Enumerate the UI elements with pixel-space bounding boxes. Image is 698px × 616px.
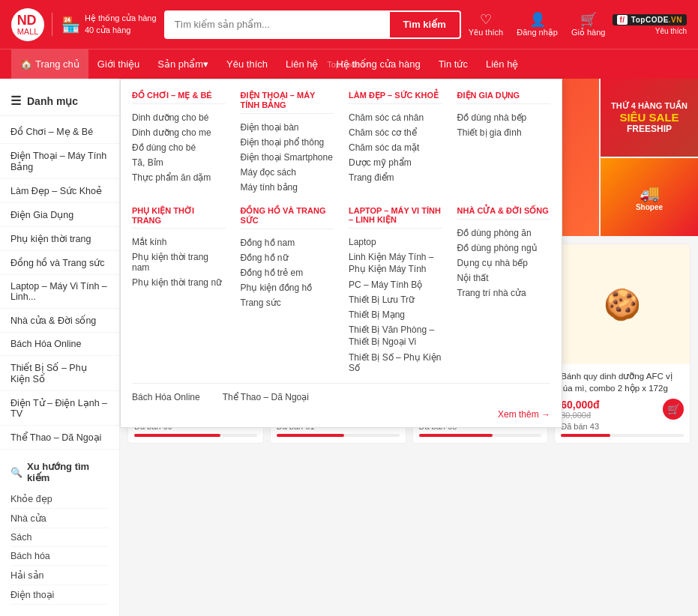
nav-item-products[interactable]: Sản phẩm ▾ <box>148 49 217 79</box>
add-to-cart-3[interactable]: 🛒 <box>663 399 684 420</box>
dropdown-item-toys-4[interactable]: Thực phẩm ăn dặm <box>132 170 226 185</box>
dropdown-item-beauty-4[interactable]: Trang điểm <box>349 170 442 185</box>
nav: 🏠Trang chủ Giới thiệu Sản phẩm ▾ Yêu thí… <box>0 49 698 79</box>
dropdown-bottom-0[interactable]: Bách Hóa Online <box>132 390 200 405</box>
sidebar: ☰ Danh mục Đồ Chơi – Mẹ & Bé Điện Thoại … <box>0 79 120 616</box>
search-input[interactable] <box>164 10 388 39</box>
sidebar-item-beauty[interactable]: Làm Đẹp – Sức Khoẻ <box>0 179 119 203</box>
dropdown-bottom: Bách Hóa Online Thể Thao – Dã Ngoại <box>132 383 550 405</box>
store-text: Hệ thống cửa hàng 40 cửa hàng <box>85 13 157 36</box>
dropdown-item-app-1[interactable]: Thiết bị gia đình <box>457 125 551 140</box>
dropdown-item-watch-3[interactable]: Phụ kiện đồng hồ <box>241 280 334 295</box>
dropdown-item-lap-0[interactable]: Laptop <box>349 235 442 250</box>
dropdown-item-phones-2[interactable]: Điện thoại Smartphone <box>241 150 334 165</box>
dropdown-item-watch-4[interactable]: Trang sức <box>241 295 334 310</box>
search-bar: Tìm kiếm <box>164 10 461 39</box>
dropdown-item-home-4[interactable]: Trang trí nhà cửa <box>457 286 551 301</box>
dropdown-item-acc-1[interactable]: Phụ kiện thời trang nam <box>132 250 226 275</box>
wishlist-action[interactable]: ♡ Yêu thích <box>469 11 503 37</box>
dropdown-item-acc-2[interactable]: Phụ kiện thời trang nữ <box>132 275 226 290</box>
product-progress-bar-0 <box>134 434 220 437</box>
store-info-line1: Hệ thống cửa hàng <box>85 13 157 24</box>
side-banner-1[interactable]: THỨ 4 HÀNG TUẦN SIÊU SALE FREESHIP <box>601 79 698 157</box>
dropdown-item-home-0[interactable]: Đồ dùng phòng ăn <box>457 226 551 241</box>
sidebar-item-laptops[interactable]: Laptop – Máy Vi Tính – Linh... <box>0 275 119 309</box>
product-price-row-3: 60,000đ 80,000đ 🛒 <box>561 399 684 420</box>
heart-icon: ♡ <box>480 11 492 28</box>
login-action[interactable]: 👤 Đăng nhập <box>517 11 558 37</box>
dropdown-item-watch-2[interactable]: Đồng hồ trẻ em <box>241 265 334 280</box>
dropdown-item-beauty-1[interactable]: Chăm sóc cơ thể <box>349 125 442 140</box>
dropdown-section-laptops: LAPTOP – MÁY VI TÍNH – LINH KIỆN Laptop … <box>349 206 442 375</box>
dropdown-item-watch-1[interactable]: Đồng hồ nữ <box>241 250 334 265</box>
dropdown-item-toys-2[interactable]: Đồ dùng cho bé <box>132 140 226 155</box>
trend-item-0[interactable]: Khỏe đẹp <box>10 489 109 509</box>
nav-item-about[interactable]: Giới thiệu <box>88 49 148 79</box>
dropdown-header-toys: ĐỒ CHƠI – MẸ & BÉ <box>132 91 226 104</box>
sidebar-item-phones[interactable]: Điện Thoại – Máy Tính Bảng <box>0 144 119 179</box>
dropdown-item-lap-1[interactable]: Linh Kiện Máy Tính – Phụ Kiện Máy Tính <box>349 250 442 277</box>
trend-item-4[interactable]: Hải sản <box>10 566 109 585</box>
dropdown-section-toys: ĐỒ CHƠI – MẸ & BÉ Dinh dưỡng cho bé Dinh… <box>132 91 226 195</box>
dropdown-item-beauty-3[interactable]: Dược mỹ phẩm <box>349 155 442 170</box>
dropdown-item-phones-3[interactable]: Máy đọc sách <box>241 165 334 180</box>
dropdown-item-phones-4[interactable]: Máy tính bảng <box>241 180 334 195</box>
sidebar-item-fashion[interactable]: Phụ kiện thời trang <box>0 227 119 251</box>
main-container: ☰ Danh mục Đồ Chơi – Mẹ & Bé Điện Thoại … <box>0 79 698 616</box>
see-more-link[interactable]: Xem thêm → <box>498 409 550 420</box>
dropdown-item-toys-3[interactable]: Tã, Bỉm <box>132 155 226 170</box>
nav-item-wishlist[interactable]: Yêu thích <box>217 49 277 79</box>
nav-item-contact1[interactable]: Liên hệ <box>277 49 327 79</box>
sidebar-item-electronics[interactable]: Điện Tử – Điện Lạnh – TV <box>0 391 119 426</box>
dropdown-item-phones-1[interactable]: Điện thoại phổ thông <box>241 135 334 150</box>
product-card-3[interactable]: 🍪 Bánh quy dinh dưỡng AFC vị lúa mì, com… <box>554 244 691 444</box>
side-banner-2[interactable]: 🚚 Shopee <box>601 158 698 236</box>
dropdown-item-phones-0[interactable]: Điện thoại bàn <box>241 120 334 135</box>
nav-item-news[interactable]: Tin tức <box>430 49 477 79</box>
product-progress-3 <box>561 434 684 437</box>
product-progress-2 <box>419 434 542 437</box>
search-trend-icon: 🔍 <box>10 467 22 478</box>
dropdown-item-home-3[interactable]: Nội thất <box>457 271 551 286</box>
dropdown-item-app-0[interactable]: Đồ dùng nhà bếp <box>457 110 551 125</box>
nav-item-stores[interactable]: Hệ thống cửa hàng <box>327 49 429 79</box>
dropdown-item-beauty-0[interactable]: Chăm sóc cá nhân <box>349 110 442 125</box>
dropdown-item-lap-4[interactable]: Thiết Bị Mạng <box>349 307 442 322</box>
trend-item-2[interactable]: Sách <box>10 528 109 547</box>
dropdown-item-lap-3[interactable]: Thiết Bị Lưu Trữ <box>349 292 442 307</box>
dropdown-item-toys-1[interactable]: Dinh dưỡng cho me <box>132 125 226 140</box>
cart-action[interactable]: 🛒 Giỏ hàng <box>571 11 606 37</box>
dropdown-item-lap-6[interactable]: Thiết Bị Số – Phụ Kiện Số <box>349 350 442 375</box>
nav-item-contact2[interactable]: Liên hệ <box>477 49 527 79</box>
dropdown-item-lap-2[interactable]: PC – Máy Tính Bộ <box>349 277 442 292</box>
trend-item-1[interactable]: Nhà cửa <box>10 509 109 528</box>
dropdown-section-watches: ĐỒNG HỒ VÀ TRANG SỨC Đồng hồ nam Đồng hồ… <box>241 206 334 375</box>
sidebar-item-sports[interactable]: Thể Thao – Dã Ngoại <box>0 426 119 450</box>
dropdown-item-toys-0[interactable]: Dinh dưỡng cho bé <box>132 110 226 125</box>
dropdown-section-phones: ĐIỆN THOẠI – MÁY TÍNH BẢNG Điện thoại bà… <box>241 91 334 195</box>
product-price-3: 60,000đ <box>561 399 599 411</box>
dropdown-bottom-1[interactable]: Thể Thao – Dã Ngoại <box>223 390 309 405</box>
dropdown-item-watch-0[interactable]: Đồng hồ nam <box>241 235 334 250</box>
dropdown-header-homelife: NHÀ CỬA & ĐỜI SỐNG <box>457 206 551 220</box>
dropdown-item-home-2[interactable]: Dụng cụ nhà bếp <box>457 256 551 271</box>
trend-item-3[interactable]: Bách hóa <box>10 547 109 566</box>
sidebar-item-appliances[interactable]: Điện Gia Dụng <box>0 203 119 227</box>
product-info-3: Bánh quy dinh dưỡng AFC vị lúa mì, combo… <box>555 364 690 443</box>
sidebar-item-home[interactable]: Nhà cửa & Đời sống <box>0 309 119 333</box>
sidebar-item-tech[interactable]: Thiết Bị Số – Phụ Kiện Số <box>0 356 119 391</box>
trending-section: 🔍 Xu hướng tìm kiếm Khỏe đẹp Nhà cửa Sác… <box>0 453 119 612</box>
product-progress-bar-2 <box>419 434 493 437</box>
dropdown-item-lap-5[interactable]: Thiết Bị Văn Phòng – Thiết Bị Ngoại Vi <box>349 322 442 350</box>
sidebar-item-grocery[interactable]: Bách Hóa Online <box>0 333 119 356</box>
trend-item-5[interactable]: Điện thoại <box>10 585 109 605</box>
dropdown-item-home-1[interactable]: Đồ dùng phòng ngủ <box>457 241 551 256</box>
nav-item-home[interactable]: 🏠Trang chủ <box>11 49 88 79</box>
sidebar-item-watches[interactable]: Đồng hồ và Trang sức <box>0 251 119 275</box>
store-icon: 🏪 <box>61 16 80 34</box>
logo-sub: MALL <box>17 27 39 36</box>
dropdown-item-acc-0[interactable]: Mắt kính <box>132 235 226 250</box>
dropdown-item-beauty-2[interactable]: Chăm sóc da mặt <box>349 140 442 155</box>
sidebar-item-toys[interactable]: Đồ Chơi – Mẹ & Bé <box>0 120 119 144</box>
search-button[interactable]: Tìm kiếm <box>388 10 461 39</box>
